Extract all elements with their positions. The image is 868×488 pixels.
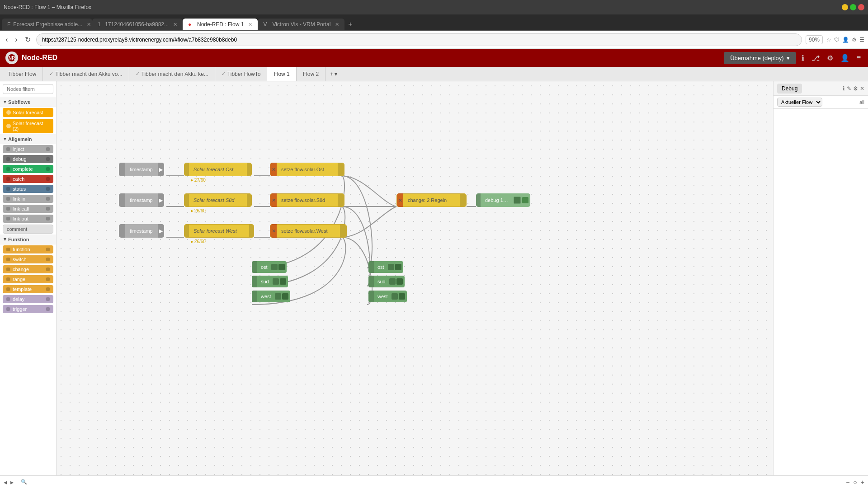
node-west2-icon[interactable] xyxy=(392,293,398,300)
deploy-button[interactable]: Übernahme (deploy) ▾ xyxy=(724,52,796,64)
node-change[interactable]: ✕ change: 2 Regeln xyxy=(396,193,467,207)
node-mqtt-sud1[interactable]: süd xyxy=(252,276,288,287)
node-mqtt-west2[interactable]: west xyxy=(368,291,407,302)
flow-tab-howto[interactable]: ✓ Tibber HowTo xyxy=(215,67,268,81)
node-port-in-west1[interactable] xyxy=(252,291,257,302)
node-west2-controls[interactable] xyxy=(392,293,407,300)
settings-icon[interactable]: ⚙ xyxy=(825,52,835,64)
node-west1-icon[interactable] xyxy=(275,293,281,300)
node-timestamp-3[interactable]: timestamp ▶ xyxy=(119,224,164,238)
node-setze-sud[interactable]: ✕ setze flow.solar.Süd xyxy=(270,193,344,207)
reload-button[interactable]: ↻ xyxy=(23,33,33,46)
node-west1-controls[interactable] xyxy=(275,293,290,300)
minimize-button[interactable] xyxy=(842,4,848,10)
debug-tab[interactable]: Debug xyxy=(777,84,802,94)
debug-icon[interactable] xyxy=(514,197,521,204)
menu-icon[interactable]: ☰ xyxy=(859,37,864,43)
back-button[interactable]: ‹ xyxy=(4,34,9,46)
settings-icon[interactable]: ⚙ xyxy=(853,85,858,92)
sidebar-node-delay[interactable]: delay xyxy=(3,295,53,303)
new-tab-button[interactable]: + xyxy=(344,19,356,30)
node-port-in-ost2[interactable] xyxy=(368,261,374,273)
node-debug-165[interactable]: debug 165 xyxy=(476,193,530,207)
window-controls[interactable] xyxy=(842,4,864,10)
node-port-in-sfo[interactable] xyxy=(184,163,189,176)
node-port-out-sfs[interactable] xyxy=(247,194,251,206)
scroll-left-button[interactable]: ◂ xyxy=(4,479,7,486)
sidebar-node-complete[interactable]: complete xyxy=(3,165,53,173)
flow-tab-tibber[interactable]: Tibber Flow xyxy=(0,67,43,81)
zoom-reset-button[interactable]: ○ xyxy=(853,479,857,486)
funktion-section[interactable]: ▾ Funktion xyxy=(0,235,56,244)
node-port-in-sud1[interactable] xyxy=(252,276,257,287)
node-mqtt-ost1[interactable]: ost xyxy=(252,261,287,273)
close-right-icon[interactable]: ✕ xyxy=(860,85,864,92)
tab-close-4[interactable]: ✕ xyxy=(335,22,339,28)
node-right-btn-3[interactable]: ▶ xyxy=(158,224,164,238)
git-icon[interactable]: ⎇ xyxy=(810,52,821,64)
node-mqtt-west1[interactable]: west xyxy=(252,291,290,302)
sidebar-node-range[interactable]: range xyxy=(3,275,53,283)
node-mqtt-ost2[interactable]: ost xyxy=(368,261,403,273)
maximize-button[interactable] xyxy=(850,4,856,10)
subflows-section[interactable]: ▾ Subflows xyxy=(0,97,56,107)
node-setze-west[interactable]: ✕ setze flow.solar.West xyxy=(270,224,347,238)
zoom-out-button[interactable]: − xyxy=(846,479,849,486)
node-port-out-sets[interactable] xyxy=(338,194,344,206)
flow-tab-flow2[interactable]: Flow 2 xyxy=(297,67,326,81)
browser-tab-2[interactable]: 1 1712404661056-ba9882... ✕ xyxy=(92,19,183,30)
node-port-in-west2[interactable] xyxy=(368,291,374,302)
node-right-btn-2[interactable]: ▶ xyxy=(158,193,164,207)
sidebar-node-link-in[interactable]: link in xyxy=(3,195,53,203)
node-west1-toggle[interactable] xyxy=(282,293,288,300)
node-solar-forecast-ost[interactable]: Solar forecast Ost xyxy=(184,163,252,176)
hamburger-icon[interactable]: ≡ xyxy=(855,52,863,64)
node-port-in-sfs[interactable] xyxy=(184,194,189,206)
node-port-in-sud2[interactable] xyxy=(368,276,374,287)
canvas[interactable]: timestamp ▶ timestamp ▶ timestamp ▶ Sola… xyxy=(57,81,773,475)
nodes-filter-input[interactable] xyxy=(3,84,53,94)
subflow-solar-forecast-1[interactable]: Solar forecast xyxy=(3,108,53,117)
browser-tab-3[interactable]: ● Node-RED : Flow 1 ✕ xyxy=(183,19,258,30)
info-icon[interactable]: ℹ xyxy=(800,52,806,64)
sidebar-node-inject[interactable]: inject xyxy=(3,145,53,153)
node-timestamp-1[interactable]: timestamp ▶ xyxy=(119,163,164,176)
forward-button[interactable]: › xyxy=(13,34,19,46)
sidebar-node-change[interactable]: change xyxy=(3,265,53,273)
zoom-in-button[interactable]: + xyxy=(861,479,864,486)
node-ost1-controls[interactable] xyxy=(271,264,287,270)
flow-tab-tibber2[interactable]: ✓ Tibber macht den Akku vo... xyxy=(43,67,129,81)
search-icon[interactable]: 🔍 xyxy=(21,479,27,485)
node-port-in-dbg[interactable] xyxy=(476,193,481,207)
node-port-out-sfw[interactable] xyxy=(249,225,254,237)
node-sud1-icon[interactable] xyxy=(273,278,279,285)
node-port-in-ost1[interactable] xyxy=(252,261,257,273)
close-button[interactable] xyxy=(858,4,864,10)
allgemein-section[interactable]: ▾ Allgemein xyxy=(0,134,56,144)
flow-tab-tibber3[interactable]: ✓ Tibber macht den Akku ke... xyxy=(129,67,215,81)
node-left-btn-2[interactable] xyxy=(119,193,125,207)
node-timestamp-2[interactable]: timestamp ▶ xyxy=(119,193,164,207)
bookmark-icon[interactable]: ☆ xyxy=(826,37,831,43)
sidebar-node-trigger[interactable]: trigger xyxy=(3,305,53,313)
node-sud2-controls[interactable] xyxy=(389,278,405,285)
debug-toggle[interactable] xyxy=(522,197,528,203)
url-input[interactable] xyxy=(36,33,802,46)
node-debug-controls[interactable] xyxy=(513,197,530,204)
node-sud2-toggle[interactable] xyxy=(396,278,403,285)
node-left-btn-3[interactable] xyxy=(119,224,125,238)
node-port-out-setw[interactable] xyxy=(340,225,346,237)
node-port-in-sfw[interactable] xyxy=(184,225,189,237)
user-icon[interactable]: 👤 xyxy=(842,37,849,43)
sidebar-node-status[interactable]: status xyxy=(3,185,53,193)
deploy-dropdown-icon[interactable]: ▾ xyxy=(787,55,790,61)
sidebar-node-debug[interactable]: debug xyxy=(3,155,53,163)
node-solar-forecast-west[interactable]: Solar forecast West xyxy=(184,224,254,238)
node-ost2-controls[interactable] xyxy=(388,264,403,270)
node-port-out-sfo[interactable] xyxy=(247,163,251,176)
node-mqtt-sud2[interactable]: süd xyxy=(368,276,405,287)
browser-tab-1[interactable]: F Forecast Ergebnisse addie... ✕ xyxy=(2,19,92,30)
node-left-btn-1[interactable] xyxy=(119,163,125,176)
flow-tab-flow1[interactable]: Flow 1 xyxy=(267,67,296,81)
edit-icon[interactable]: ✎ xyxy=(847,85,851,92)
